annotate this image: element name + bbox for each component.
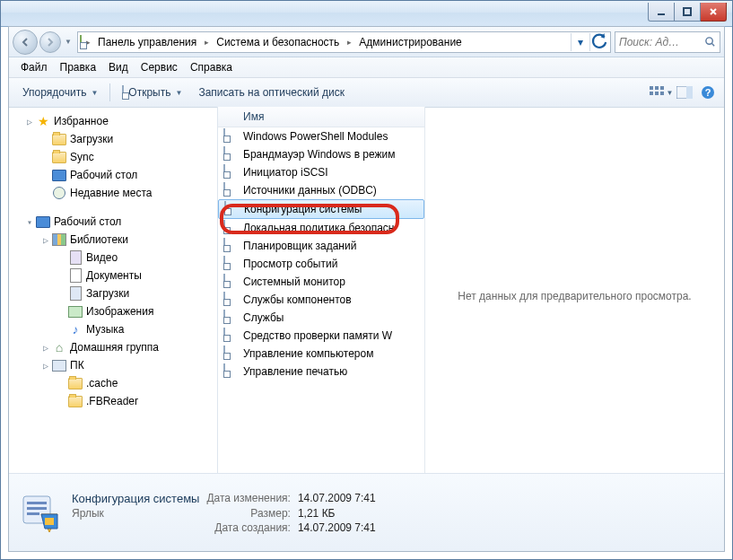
navigation-tree[interactable]: ▷★Избранное Загрузки Sync Рабочий стол Н…	[9, 107, 218, 485]
search-icon	[704, 36, 716, 48]
search-input[interactable]: Поиск: Ад…	[615, 31, 720, 53]
folder-icon	[52, 150, 66, 164]
menubar: Файл Правка Вид Сервис Справка	[9, 57, 724, 78]
details-label-modified: Дата изменения:	[206, 492, 291, 504]
tree-item[interactable]: .cache	[9, 374, 217, 392]
tree-favorites[interactable]: ▷★Избранное	[9, 112, 217, 130]
tree-desktop[interactable]: ▾Рабочий стол	[9, 213, 217, 231]
file-label: Конфигурация системы	[244, 203, 362, 215]
file-row[interactable]: Источники данных (ODBC)	[218, 181, 424, 199]
details-type: Ярлык	[72, 507, 199, 520]
back-button[interactable]	[13, 30, 38, 55]
open-icon	[122, 86, 124, 99]
svg-point-2	[706, 38, 712, 44]
menu-tools[interactable]: Сервис	[135, 59, 184, 75]
file-label: Инициатор iSCSI	[243, 166, 328, 179]
nav-history-dropdown[interactable]: ▼	[63, 38, 74, 46]
close-button[interactable]	[701, 3, 727, 22]
search-placeholder: Поиск: Ад…	[619, 36, 679, 48]
menu-view[interactable]: Вид	[102, 59, 135, 75]
tree-item[interactable]: Видео	[9, 249, 217, 267]
file-row[interactable]: Системный монитор	[218, 273, 424, 291]
tree-item[interactable]: Недавние места	[9, 184, 217, 202]
menu-file[interactable]: Файл	[14, 59, 54, 75]
chevron-right-icon[interactable]: ▸	[343, 38, 355, 47]
file-row[interactable]: Службы	[218, 309, 424, 327]
svg-rect-10	[27, 512, 39, 515]
shortcut-icon	[223, 364, 238, 379]
file-row[interactable]: Планировщик заданий	[218, 237, 424, 255]
toolbar: Упорядочить▼ Открыть▼ Записать на оптиче…	[9, 78, 724, 108]
tree-item[interactable]: Загрузки	[9, 130, 217, 148]
details-pane: Конфигурация системы Дата изменения: 14.…	[9, 473, 724, 551]
documents-icon	[68, 268, 83, 283]
shortcut-icon	[223, 311, 238, 325]
open-button[interactable]: Открыть▼	[114, 83, 190, 102]
tree-item[interactable]: Изображения	[9, 302, 217, 320]
address-bar[interactable]: ▸ Панель управления ▸ Система и безопасн…	[77, 31, 611, 53]
file-row[interactable]: Управление печатью	[218, 363, 424, 381]
svg-rect-8	[27, 502, 47, 504]
file-label: Системный монитор	[243, 276, 345, 288]
tree-item[interactable]: Документы	[9, 267, 217, 284]
menu-edit[interactable]: Правка	[54, 59, 103, 75]
tree-item[interactable]: .FBReader	[9, 392, 217, 410]
shortcut-icon	[223, 147, 238, 162]
file-label: Службы	[243, 311, 284, 324]
star-icon: ★	[36, 114, 50, 128]
file-label: Средство проверки памяти W	[243, 329, 392, 342]
tree-item[interactable]: Sync	[9, 148, 217, 166]
tree-homegroup[interactable]: ▷⌂Домашняя группа	[9, 338, 217, 356]
breadcrumb[interactable]: Система и безопасность	[213, 32, 343, 52]
organize-button[interactable]: Упорядочить▼	[14, 83, 106, 102]
file-row[interactable]: Локальная политика безопасн	[218, 219, 424, 237]
titlebar[interactable]	[1, 1, 732, 27]
tree-pc[interactable]: ▷ПК	[9, 356, 217, 374]
svg-rect-1	[684, 8, 691, 15]
file-row[interactable]: Средство проверки памяти W	[218, 327, 424, 345]
libraries-icon	[52, 232, 66, 247]
shortcut-icon	[223, 293, 238, 307]
chevron-right-icon[interactable]: ▸	[200, 38, 213, 47]
column-header-name[interactable]: Имя	[218, 107, 424, 127]
tree-item[interactable]: ♪Музыка	[9, 320, 217, 338]
shortcut-icon	[223, 275, 238, 289]
file-row[interactable]: Конфигурация системы	[218, 199, 424, 219]
file-row[interactable]: Службы компонентов	[218, 291, 424, 309]
navigation-bar: ▼ ▸ Панель управления ▸ Система и безопа…	[9, 27, 724, 57]
address-dropdown[interactable]: ▾	[571, 33, 589, 51]
homegroup-icon: ⌂	[52, 340, 66, 354]
shortcut-icon	[223, 129, 238, 144]
shortcut-icon	[223, 183, 238, 197]
file-row[interactable]: Управление компьютером	[218, 345, 424, 363]
menu-help[interactable]: Справка	[184, 59, 239, 75]
folder-icon	[68, 394, 83, 408]
tree-item[interactable]: Рабочий стол	[9, 166, 217, 184]
folder-icon	[68, 376, 83, 390]
tree-libraries[interactable]: ▷Библиотеки	[9, 231, 217, 249]
burn-button[interactable]: Записать на оптический диск	[190, 83, 353, 102]
breadcrumb[interactable]: Панель управления	[94, 32, 200, 52]
tree-item[interactable]: Загрузки	[9, 284, 217, 302]
file-list[interactable]: Имя Windows PowerShell ModulesБрандмауэр…	[218, 107, 425, 485]
forward-button[interactable]	[39, 31, 61, 53]
minimize-button[interactable]	[648, 3, 675, 22]
video-icon	[68, 250, 83, 265]
desktop-icon	[52, 168, 66, 182]
maximize-button[interactable]	[675, 3, 701, 22]
help-button[interactable]: ?	[697, 82, 719, 103]
svg-rect-4	[686, 86, 693, 99]
file-row[interactable]: Инициатор iSCSI	[218, 163, 424, 181]
pictures-icon	[68, 304, 83, 319]
file-row[interactable]: Windows PowerShell Modules	[218, 127, 424, 145]
refresh-button[interactable]	[589, 33, 608, 51]
shortcut-icon	[223, 221, 238, 235]
file-label: Планировщик заданий	[243, 240, 356, 252]
views-button[interactable]: ▼	[650, 82, 672, 103]
breadcrumb[interactable]: Администрирование	[355, 32, 465, 52]
shortcut-icon	[224, 202, 239, 216]
preview-pane-button[interactable]	[674, 82, 695, 103]
file-row[interactable]: Брандмауэр Windows в режим	[218, 145, 424, 163]
details-name: Конфигурация системы	[72, 492, 199, 505]
file-row[interactable]: Просмотр событий	[218, 255, 424, 273]
